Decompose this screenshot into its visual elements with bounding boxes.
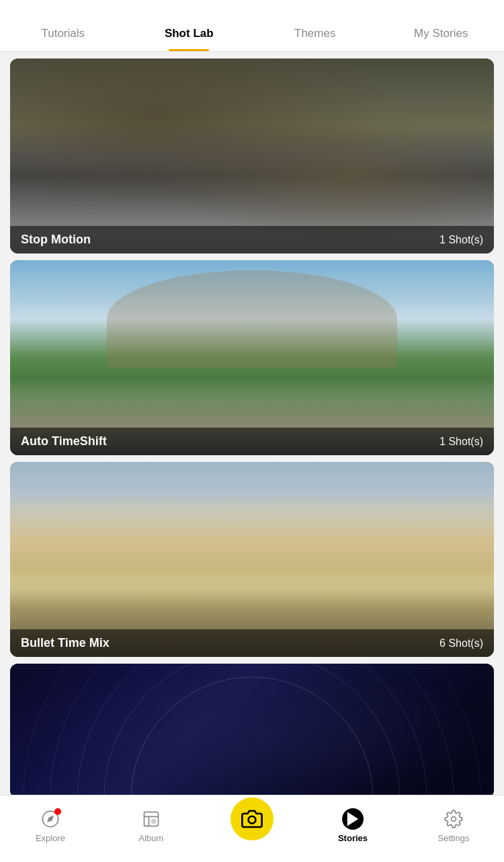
bottom-nav-camera[interactable] bbox=[225, 811, 279, 840]
stories-icon bbox=[342, 808, 364, 830]
svg-rect-10 bbox=[151, 819, 156, 824]
card-title-auto-timeshift: Auto TimeShift bbox=[21, 434, 107, 448]
notification-dot bbox=[54, 808, 61, 815]
bottom-navigation: Explore Album bbox=[0, 795, 504, 862]
bottom-nav-album[interactable]: Album bbox=[124, 808, 178, 843]
card-image-bullet-time-mix bbox=[10, 462, 494, 657]
tab-shot-lab[interactable]: Shot Lab bbox=[126, 27, 253, 51]
svg-marker-12 bbox=[347, 812, 358, 826]
svg-marker-6 bbox=[47, 816, 54, 822]
explore-label: Explore bbox=[36, 833, 65, 843]
album-icon bbox=[140, 808, 162, 830]
card-image-auto-timeshift bbox=[10, 260, 494, 455]
bottom-nav-explore[interactable]: Explore bbox=[24, 808, 77, 843]
settings-label: Settings bbox=[438, 833, 470, 843]
card-stop-motion[interactable]: Theme Name Number of templates required … bbox=[10, 58, 494, 253]
card-image-stop-motion bbox=[10, 58, 494, 253]
card-overlay-stop-motion: Stop Motion 1 Shot(s) bbox=[10, 226, 494, 253]
main-content: Theme Name Number of templates required … bbox=[0, 58, 504, 862]
card-image-star-trails bbox=[10, 664, 494, 798]
stories-label: Stories bbox=[338, 833, 368, 843]
card-shots-stop-motion: 1 Shot(s) bbox=[439, 234, 483, 246]
tab-tutorials[interactable]: Tutorials bbox=[0, 27, 126, 51]
svg-point-3 bbox=[50, 664, 454, 798]
svg-point-11 bbox=[249, 816, 256, 824]
card-overlay-auto-timeshift: Auto TimeShift 1 Shot(s) bbox=[10, 428, 494, 455]
bottom-nav-stories[interactable]: Stories bbox=[326, 808, 380, 843]
album-label: Album bbox=[139, 833, 164, 843]
top-navigation: Tutorials Shot Lab Themes My Stories bbox=[0, 0, 504, 52]
card-title-stop-motion: Stop Motion bbox=[21, 233, 91, 247]
card-star-trails[interactable] bbox=[10, 664, 494, 798]
svg-point-0 bbox=[131, 677, 373, 798]
tab-my-stories[interactable]: My Stories bbox=[378, 27, 505, 51]
svg-point-2 bbox=[77, 664, 427, 798]
card-auto-timeshift[interactable]: Auto TimeShift 1 Shot(s) bbox=[10, 260, 494, 455]
tab-themes[interactable]: Themes bbox=[252, 27, 378, 51]
compass-icon bbox=[40, 808, 61, 830]
settings-icon bbox=[443, 808, 464, 830]
card-overlay-bullet-time-mix: Bullet Time Mix 6 Shot(s) bbox=[10, 629, 494, 657]
card-shots-auto-timeshift: 1 Shot(s) bbox=[439, 436, 483, 448]
svg-point-13 bbox=[452, 816, 456, 821]
svg-rect-7 bbox=[144, 812, 159, 826]
card-shots-bullet-time-mix: 6 Shot(s) bbox=[439, 637, 483, 650]
camera-button[interactable] bbox=[230, 797, 274, 840]
svg-point-4 bbox=[24, 664, 480, 798]
svg-point-1 bbox=[104, 664, 400, 798]
bottom-nav-settings[interactable]: Settings bbox=[427, 808, 480, 843]
card-bullet-time-mix[interactable]: Bullet Time Mix 6 Shot(s) bbox=[10, 462, 494, 657]
card-title-bullet-time-mix: Bullet Time Mix bbox=[21, 636, 110, 650]
